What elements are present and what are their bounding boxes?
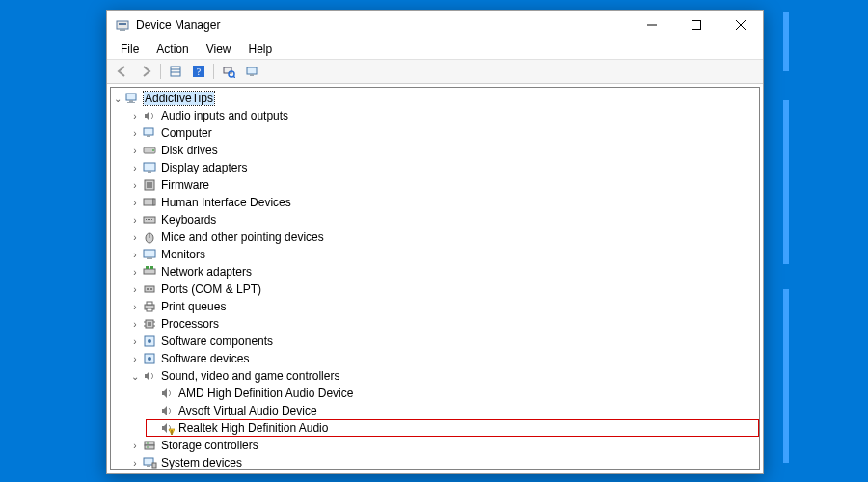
speaker-icon bbox=[142, 108, 157, 123]
forward-button[interactable] bbox=[134, 61, 157, 82]
menu-help[interactable]: Help bbox=[241, 41, 281, 57]
component-icon bbox=[142, 351, 157, 366]
svg-point-57 bbox=[148, 357, 151, 361]
svg-line-14 bbox=[233, 76, 235, 78]
expand-icon[interactable]: › bbox=[128, 352, 142, 365]
expand-icon[interactable]: › bbox=[128, 300, 142, 313]
svg-rect-2 bbox=[120, 29, 125, 31]
svg-rect-12 bbox=[224, 67, 231, 73]
tree-item-label: Sound, video and game controllers bbox=[161, 369, 339, 383]
tree-item[interactable]: ›Storage controllers bbox=[128, 437, 759, 454]
tree-item-label: Software components bbox=[161, 335, 273, 348]
svg-rect-40 bbox=[146, 266, 149, 269]
device-tree-panel: ⌄AddictiveTips›Audio inputs and outputs›… bbox=[110, 87, 760, 470]
svg-rect-15 bbox=[247, 67, 257, 74]
svg-rect-38 bbox=[147, 257, 152, 259]
hid-icon bbox=[142, 195, 157, 210]
speaker-icon bbox=[159, 403, 175, 418]
expand-icon[interactable]: › bbox=[128, 178, 142, 192]
svg-rect-46 bbox=[147, 302, 152, 305]
speaker-icon bbox=[142, 368, 157, 384]
svg-rect-1 bbox=[119, 23, 126, 25]
tree-item[interactable]: Realtek High Definition Audio bbox=[146, 419, 759, 437]
titlebar: Device Manager bbox=[107, 11, 763, 40]
back-button[interactable] bbox=[111, 61, 134, 82]
expand-icon[interactable]: › bbox=[128, 248, 142, 261]
svg-rect-21 bbox=[147, 135, 150, 137]
tree-item[interactable]: ›Network adapters bbox=[128, 263, 759, 281]
tree-item[interactable]: ›Ports (COM & LPT) bbox=[128, 281, 759, 298]
tree-item[interactable]: ›System devices bbox=[128, 454, 759, 470]
expand-icon[interactable]: › bbox=[128, 144, 142, 157]
tree-item-label: Avsoft Virtual Audio Device bbox=[178, 404, 317, 417]
wallpaper-stripe bbox=[783, 12, 789, 71]
minimize-button[interactable] bbox=[630, 11, 674, 40]
tree-item[interactable]: ›Computer bbox=[128, 124, 759, 142]
firmware-icon bbox=[142, 177, 157, 193]
expand-icon[interactable]: › bbox=[128, 282, 142, 296]
svg-point-55 bbox=[148, 339, 151, 343]
expand-icon[interactable]: › bbox=[128, 161, 142, 174]
tree-item[interactable]: ›Firmware bbox=[128, 176, 759, 194]
component-icon bbox=[142, 334, 157, 349]
help-button[interactable]: ? bbox=[187, 61, 210, 82]
tree-item-label: Disk drives bbox=[161, 144, 218, 157]
expand-icon[interactable]: › bbox=[128, 317, 142, 331]
tree-item[interactable]: ›Human Interface Devices bbox=[128, 194, 759, 211]
menu-action[interactable]: Action bbox=[149, 41, 196, 57]
expand-icon[interactable]: › bbox=[128, 126, 142, 140]
svg-rect-33 bbox=[149, 219, 150, 220]
expand-icon[interactable]: › bbox=[128, 335, 142, 348]
computer-icon bbox=[142, 125, 157, 141]
tree-item-root[interactable]: ⌄AddictiveTips bbox=[111, 90, 759, 107]
expand-icon[interactable]: › bbox=[128, 109, 142, 122]
svg-text:?: ? bbox=[197, 67, 202, 77]
expand-icon[interactable]: › bbox=[128, 230, 142, 244]
svg-rect-19 bbox=[127, 102, 135, 103]
menu-view[interactable]: View bbox=[199, 41, 239, 57]
svg-rect-24 bbox=[144, 163, 155, 171]
tree-item-label: Storage controllers bbox=[161, 439, 258, 452]
maximize-button[interactable] bbox=[674, 11, 719, 40]
expand-icon[interactable]: › bbox=[128, 196, 142, 209]
tree-item[interactable]: ›Monitors bbox=[128, 246, 759, 263]
svg-rect-61 bbox=[145, 442, 154, 445]
expand-icon[interactable]: › bbox=[128, 456, 142, 469]
svg-rect-39 bbox=[144, 269, 155, 274]
tree-item[interactable]: ›Print queues bbox=[128, 298, 759, 315]
svg-rect-7 bbox=[171, 67, 180, 76]
svg-rect-32 bbox=[148, 219, 149, 220]
tree-item[interactable]: AMD High Definition Audio Device bbox=[146, 385, 759, 402]
svg-point-23 bbox=[152, 149, 154, 151]
tree-item[interactable]: ⌄Sound, video and game controllers bbox=[128, 367, 759, 385]
svg-rect-67 bbox=[152, 463, 156, 468]
expand-icon[interactable]: › bbox=[128, 265, 142, 279]
tree-item-label: Computer bbox=[161, 126, 212, 140]
menu-file[interactable]: File bbox=[113, 41, 147, 57]
tree-item[interactable]: ›Mice and other pointing devices bbox=[128, 228, 759, 246]
port-icon bbox=[142, 281, 157, 297]
tree-item[interactable]: ›Display adapters bbox=[128, 159, 759, 176]
printer-icon bbox=[142, 299, 157, 314]
tree-item-label: Processors bbox=[161, 317, 219, 331]
tree-item[interactable]: ›Audio inputs and outputs bbox=[128, 107, 759, 124]
tree-item[interactable]: ›Software devices bbox=[128, 350, 759, 367]
close-button[interactable] bbox=[719, 11, 763, 40]
scan-hardware-button[interactable] bbox=[217, 61, 240, 82]
tree-item-label: Print queues bbox=[161, 300, 226, 313]
devices-button[interactable] bbox=[240, 61, 263, 82]
collapse-icon[interactable]: ⌄ bbox=[128, 369, 142, 383]
tree-item[interactable]: Avsoft Virtual Audio Device bbox=[146, 402, 759, 419]
tree-item[interactable]: ›Processors bbox=[128, 315, 759, 333]
expand-icon[interactable]: › bbox=[128, 213, 142, 227]
svg-rect-29 bbox=[153, 199, 155, 205]
show-hide-button[interactable] bbox=[164, 61, 187, 82]
tree-item[interactable]: ›Disk drives bbox=[128, 142, 759, 159]
tree-item[interactable]: ›Software components bbox=[128, 333, 759, 350]
collapse-icon[interactable]: ⌄ bbox=[111, 92, 124, 105]
toolbar-separator bbox=[160, 64, 161, 79]
expand-icon[interactable]: › bbox=[128, 439, 142, 452]
system-icon bbox=[142, 455, 157, 470]
tree-item[interactable]: ›Keyboards bbox=[128, 211, 759, 228]
device-manager-window: Device Manager File Action View Help bbox=[106, 10, 764, 474]
